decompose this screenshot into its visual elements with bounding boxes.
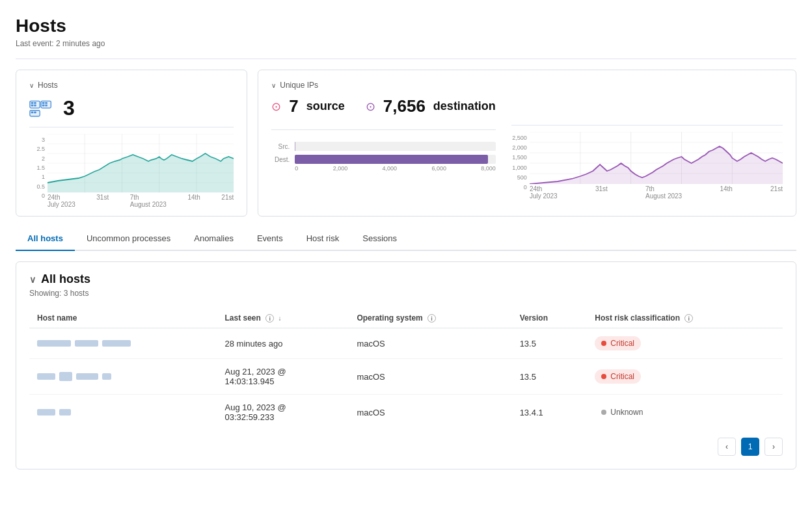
tab-uncommon-processes[interactable]: Uncommon processes (75, 227, 182, 251)
hosts-card-header: ∨ Hosts (29, 81, 234, 90)
last-seen-info-icon[interactable]: i (265, 314, 274, 323)
all-hosts-section: ∨ All hosts Showing: 3 hosts Host name L… (16, 261, 796, 469)
table-row: 28 minutes ago macOS 13.5 Critical (29, 328, 783, 359)
svg-rect-8 (42, 104, 45, 106)
svg-rect-6 (42, 102, 45, 104)
tab-sessions[interactable]: Sessions (351, 227, 409, 251)
unique-ips-label: Unique IPs (280, 81, 318, 90)
unknown-dot (601, 410, 606, 415)
hosts-x-labels: 24thJuly 2023 31st 7thAugust 2023 14th 2… (47, 194, 234, 208)
prev-page-button[interactable]: ‹ (718, 438, 736, 456)
cell-version-1: 13.5 (512, 328, 588, 359)
unique-ips-inner: ⊙ 7 source ⊙ 7,656 destination (271, 96, 783, 200)
unique-ips-left: ⊙ 7 source ⊙ 7,656 destination (271, 96, 496, 200)
cell-risk-1: Critical (587, 328, 783, 359)
cell-hostname-1 (29, 328, 217, 359)
page-title: Hosts (16, 16, 796, 36)
cell-last-seen-1: 28 minutes ago (217, 328, 349, 359)
chevron-icon-2: ∨ (271, 82, 276, 89)
cell-version-3: 13.4.1 (512, 395, 588, 430)
hosts-metric-top: 3 (29, 96, 234, 120)
unique-ips-card: ∨ Unique IPs ⊙ 7 source ⊙ 7,656 (258, 70, 796, 217)
col-risk: Host risk classification i (587, 308, 783, 328)
src-bar-row: Src. (271, 142, 496, 151)
col-last-seen: Last seen i ↓ (217, 308, 349, 328)
metrics-row: ∨ Hosts (16, 70, 796, 217)
tab-events[interactable]: Events (245, 227, 295, 251)
next-page-button[interactable]: › (765, 438, 783, 456)
tab-host-risk[interactable]: Host risk (295, 227, 351, 251)
header-divider (16, 59, 796, 59)
table-row: Aug 10, 2023 @03:32:59.233 macOS 13.4.1 … (29, 395, 783, 430)
tab-anomalies[interactable]: Anomalies (182, 227, 245, 251)
svg-rect-4 (34, 104, 36, 106)
hosts-y-axis: 3 2.5 2 1.5 1 0.5 0 (29, 134, 45, 208)
hosts-count: 3 (63, 96, 75, 120)
source-pin-icon: ⊙ (271, 99, 281, 114)
tab-all-hosts[interactable]: All hosts (16, 227, 75, 251)
col-os: Operating system i (349, 308, 511, 328)
dest-x-labels: 24thJuly 2023 31st 7thAugust 2023 14th 2… (530, 185, 783, 200)
dest-metric: ⊙ 7,656 destination (366, 96, 496, 116)
dest-chart-area (530, 132, 783, 184)
tabs-row: All hosts Uncommon processes Anomalies E… (16, 227, 796, 251)
hosts-icon (29, 97, 53, 120)
risk-badge-critical-2: Critical (595, 369, 641, 384)
all-hosts-title: ∨ All hosts (29, 272, 783, 286)
hostname-placeholder-1 (37, 340, 210, 347)
svg-rect-1 (31, 102, 34, 104)
svg-rect-7 (45, 102, 47, 104)
dest-y-axis: 2,500 2,000 1,500 1,000 500 0 (511, 132, 527, 200)
table-header-row: Host name Last seen i ↓ Operating system… (29, 308, 783, 328)
hostname-placeholder-3 (37, 409, 210, 416)
critical-dot-1 (601, 341, 606, 346)
source-metric: ⊙ 7 source (271, 96, 345, 116)
hostname-placeholder-2 (37, 372, 210, 381)
sort-icon[interactable]: ↓ (278, 315, 282, 322)
dest-chart-section: 2,500 2,000 1,500 1,000 500 0 (511, 96, 783, 200)
cell-os-3: macOS (349, 395, 511, 430)
cell-last-seen-2: Aug 21, 2023 @14:03:13.945 (217, 359, 349, 395)
bar-axis: 0 2,000 4,000 6,000 8,000 (271, 165, 496, 172)
cell-version-2: 13.5 (512, 359, 588, 395)
svg-rect-2 (34, 102, 36, 104)
source-label: source (306, 99, 345, 113)
svg-rect-9 (45, 104, 47, 106)
table-row: Aug 21, 2023 @14:03:13.945 macOS 13.5 Cr… (29, 359, 783, 395)
cell-os-2: macOS (349, 359, 511, 395)
cell-risk-2: Critical (587, 359, 783, 395)
hosts-table: Host name Last seen i ↓ Operating system… (29, 308, 783, 430)
dest-pin-icon: ⊙ (366, 99, 375, 114)
risk-info-icon[interactable]: i (684, 314, 693, 323)
cell-risk-3: Unknown (587, 395, 783, 430)
os-info-icon[interactable]: i (427, 314, 436, 323)
chevron-icon: ∨ (29, 82, 34, 89)
dest-count: 7,656 (383, 96, 426, 116)
hosts-chart: 3 2.5 2 1.5 1 0.5 0 (29, 134, 234, 208)
hosts-card-label: Hosts (38, 81, 58, 90)
col-hostname: Host name (29, 308, 217, 328)
hosts-sep (29, 127, 234, 127)
dest-bar-row: Dest. (271, 155, 496, 164)
pagination: ‹ 1 › (29, 430, 783, 458)
svg-rect-12 (34, 111, 36, 113)
all-hosts-chevron: ∨ (29, 274, 36, 285)
svg-rect-11 (31, 111, 34, 113)
last-event-label: Last event: 2 minutes ago (16, 39, 796, 48)
col-version: Version (512, 308, 588, 328)
cell-hostname-3 (29, 395, 217, 430)
dest-chart: 2,500 2,000 1,500 1,000 500 0 (511, 132, 783, 200)
svg-rect-3 (31, 104, 34, 106)
ip-bar-chart: Src. Dest. 0 (271, 142, 496, 172)
cell-last-seen-3: Aug 10, 2023 @03:32:59.233 (217, 395, 349, 430)
page-1-button[interactable]: 1 (741, 438, 759, 456)
source-count: 7 (289, 96, 298, 116)
hosts-chart-area (47, 134, 234, 192)
risk-badge-critical-1: Critical (595, 336, 641, 350)
cell-hostname-2 (29, 359, 217, 395)
cell-os-1: macOS (349, 328, 511, 359)
dest-label: destination (433, 99, 496, 113)
showing-count: Showing: 3 hosts (29, 289, 783, 298)
risk-badge-unknown: Unknown (595, 405, 649, 419)
critical-dot-2 (601, 374, 606, 379)
